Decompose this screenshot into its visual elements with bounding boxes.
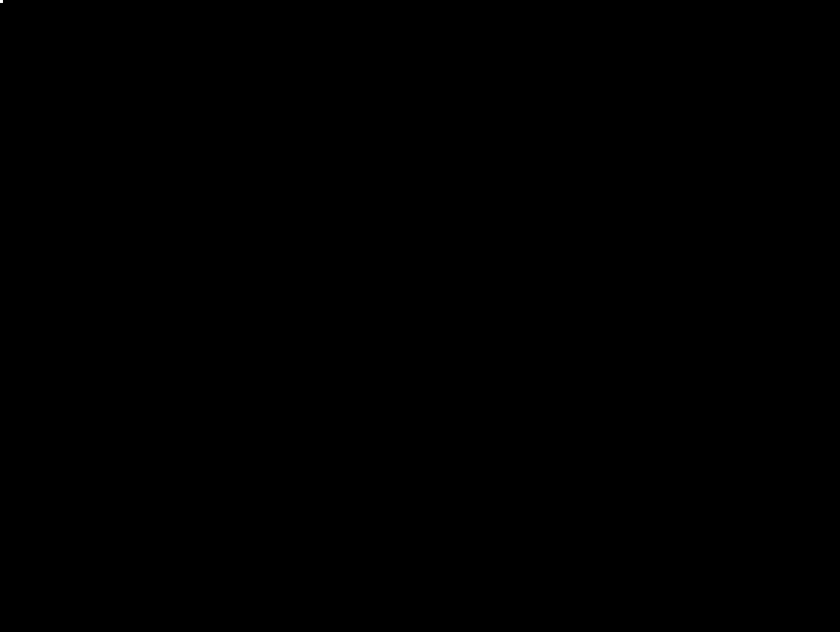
map-overlay <box>0 0 840 632</box>
colorbar-scale <box>0 0 3 3</box>
albedo-map-stage <box>0 0 840 632</box>
